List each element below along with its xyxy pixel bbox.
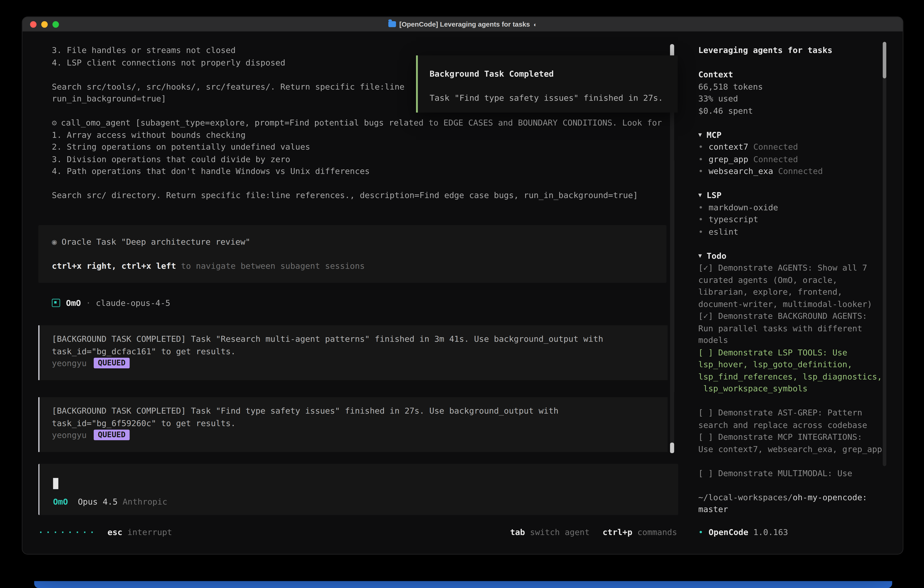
queued-message: [BACKGROUND TASK COMPLETED] Task "Resear… [38,325,668,380]
agent-header: OmO · claude-opus-4-5 [52,297,170,309]
agent-model: claude-opus-4-5 [96,297,170,309]
todo-line: document-writer, multimodal-looker) [698,298,887,310]
mcp-heading: MCP [707,129,722,141]
sidebar-context-section: Context 66,518 tokens 33% used $0.46 spe… [698,68,887,117]
background-task-toast[interactable]: Background Task Completed Task "Find typ… [416,56,678,112]
status-bar: ········ esc interrupt tab switch agent … [38,526,677,538]
todo-section-header[interactable]: ▼ Todo [698,249,887,262]
mcp-section-header[interactable]: ▼ MCP [698,129,887,141]
chevron-down-icon: ▼ [698,129,702,141]
traffic-lights [30,17,59,31]
terminal-window: [OpenCode] Leveraging agents for tasks ◐… [22,17,903,555]
lsp-item: • typescript [698,213,887,225]
oracle-hint-keys: ctrl+x right, ctrl+x left [52,260,176,272]
screen: [OpenCode] Leveraging agents for tasks ◐… [0,0,924,588]
bullet-icon: • [698,225,703,237]
mcp-status: Connected [778,165,823,177]
bullet-icon: • [698,201,703,213]
status-badge: QUEUED [94,358,130,368]
mcp-item: • websearch_exa Connected [698,165,887,177]
fisheye-icon: ◉ [52,236,57,248]
oracle-task-panel: ◉ Oracle Task "Deep architecture review"… [38,225,667,283]
message-meta: yeongyu QUEUED [52,357,668,369]
mcp-status: Connected [753,141,798,153]
session-title: Leveraging agents for tasks [698,44,887,56]
todo-line: search and replace across codebase [698,419,887,431]
agent-name: OmO [66,297,81,309]
context-used: 33% used [698,92,887,105]
bullet-icon: • [698,213,703,225]
sidebar-scrollbar-thumb[interactable] [883,42,886,78]
todo-line: [ ] Demonstrate MCP INTEGRATIONS: [698,431,887,443]
lsp-name: eslint [709,225,739,237]
half-moon-icon: ◐ [534,21,537,28]
commands-label: commands [637,527,677,537]
window-title-text: [OpenCode] Leveraging agents for tasks [399,21,530,28]
text-cursor [53,478,58,489]
workspace-path: ~/local-workspaces/ [698,491,793,503]
titlebar: [OpenCode] Leveraging agents for tasks ◐ [22,17,903,32]
window-title: [OpenCode] Leveraging agents for tasks ◐ [388,21,537,28]
log-line: 3. File handles or streams not closed [52,44,668,56]
sidebar-workspace: ~/local-workspaces/oh-my-opencode: maste… [698,491,887,515]
oracle-title-line: ◉ Oracle Task "Deep architecture review" [52,236,667,248]
agent-separator [91,297,96,309]
todo-line: models [698,334,887,346]
zoom-button[interactable] [53,21,59,28]
agent-separator [81,297,86,309]
lsp-section-header[interactable]: ▼ LSP [698,189,887,201]
todo-line-active: lsp_hover, lsp_goto_definition, [698,358,887,370]
app-version: 1.0.163 [753,526,788,538]
workspace-path-line: ~/local-workspaces/oh-my-opencode: [698,491,887,503]
todo-line: [✓] Demonstrate AGENTS: Show all 7 [698,262,887,274]
message-line: [BACKGROUND TASK COMPLETED] Task "Resear… [52,333,668,345]
bullet-icon: • [698,165,703,177]
mcp-name: websearch_exa [709,165,773,177]
lsp-name: markdown-oxide [709,201,778,213]
log-line: 3. Division operations that could divide… [52,153,676,165]
sidebar-footer: • OpenCode 1.0.163 [698,526,887,538]
todo-line-active: [ ] Demonstrate LSP TOOLS: Use [698,346,887,358]
todo-line: [✓] Demonstrate BACKGROUND AGENTS: [698,310,887,322]
bullet-icon: • [698,526,703,538]
log-line: 1. Array access without bounds checking [52,129,676,141]
author-name: yeongyu [52,357,87,369]
todo-heading: Todo [707,249,726,262]
chevron-down-icon: ▼ [698,189,702,201]
close-button[interactable] [30,21,36,28]
mcp-item: • grep_app Connected [698,153,887,165]
oracle-hint-text: to navigate between subagent sessions [176,260,365,272]
minimize-button[interactable] [41,21,48,28]
sidebar-scrollbar[interactable] [883,42,886,466]
tool-call-text: call_omo_agent [subagent_type=explore, p… [61,117,662,129]
bullet-icon: • [698,141,703,153]
lsp-item: • markdown-oxide [698,201,887,213]
esc-key-hint: esc [107,527,122,537]
tab-key-hint: tab [510,527,525,537]
input-model-line: OmO Opus 4.5 Anthropic [53,496,167,508]
prompt-input[interactable]: OmO Opus 4.5 Anthropic [38,464,678,515]
tool-call-head: ⚙ call_omo_agent [subagent_type=explore,… [52,117,676,129]
toast-title: Background Task Completed [429,68,678,80]
input-model-name: Opus 4.5 [78,496,118,508]
todo-line: Use context7, websearch_exa, grep_app [698,443,887,455]
mcp-name: context7 [709,141,749,153]
lsp-heading: LSP [707,189,722,201]
bullet-icon: • [698,153,703,165]
mcp-status: Connected [753,153,798,165]
todo-line-active: lsp_find_references, lsp_diagnostics, [698,370,887,382]
input-provider-name: Anthropic [122,496,167,508]
message-line: task_id="bg_6f59260c" to get results. [52,417,668,429]
message-meta: yeongyu QUEUED [52,429,668,441]
queued-message: [BACKGROUND TASK COMPLETED] Task "Find t… [38,397,668,452]
background-window-bar [34,581,892,588]
tab-label: switch agent [530,527,589,537]
toast-body: Task "Find type safety issues" finished … [429,92,678,104]
chevron-down-icon: ▼ [698,249,702,262]
todo-line: [ ] Demonstrate AST-GREP: Pattern [698,406,887,419]
gear-icon: ⚙ [52,117,57,129]
todo-line: curated agents (OmO, oracle, [698,274,887,286]
mcp-item: • context7 Connected [698,141,887,153]
log-line: 2. String operations on potentially unde… [52,141,676,153]
main-scrollbar-thumb-bottom[interactable] [670,443,674,453]
